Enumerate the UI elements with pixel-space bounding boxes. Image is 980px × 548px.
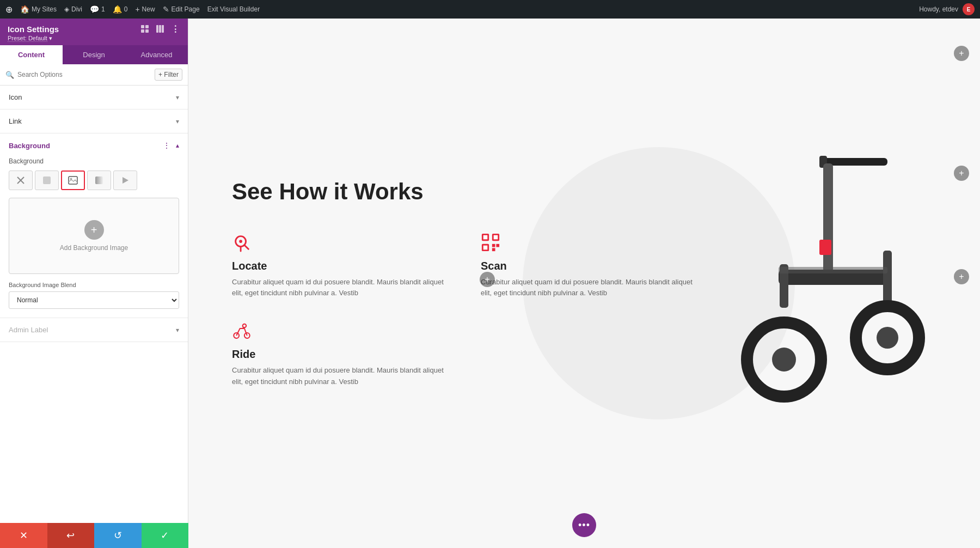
- user-avatar[interactable]: E: [963, 3, 975, 15]
- icon-section: Icon ▾: [0, 86, 188, 109]
- svg-rect-24: [492, 243, 495, 247]
- svg-rect-12: [95, 176, 103, 184]
- preview-left: See How it Works: [232, 179, 697, 387]
- background-more-icon[interactable]: ⋮: [163, 141, 170, 150]
- action-bar: ✕ ↩ ↺ ✓: [0, 523, 188, 548]
- svg-rect-41: [819, 240, 831, 255]
- bg-image-upload[interactable]: + Add Background Image: [9, 198, 179, 274]
- left-panel: Icon Settings ⋮ Preset: Default ▾ Conten…: [0, 19, 188, 548]
- wp-logo[interactable]: ⊕: [5, 4, 13, 15]
- panel-tabs: Content Design Advanced: [0, 45, 188, 64]
- svg-rect-1: [145, 25, 149, 28]
- new-link[interactable]: + New: [135, 5, 155, 14]
- svg-point-29: [243, 324, 247, 328]
- background-chevron: ▴: [176, 142, 179, 149]
- link-section: Link ▾: [0, 109, 188, 133]
- svg-rect-21: [494, 235, 498, 239]
- ride-desc: Curabitur aliquet quam id dui posuere bl…: [232, 365, 448, 388]
- bg-gradient-btn[interactable]: [87, 171, 111, 190]
- svg-rect-9: [43, 176, 51, 184]
- plus-btn-center[interactable]: +: [480, 272, 495, 287]
- search-input[interactable]: [17, 71, 151, 78]
- preview-section: See How it Works: [188, 19, 980, 548]
- svg-rect-42: [779, 267, 887, 273]
- redo-button[interactable]: ↺: [94, 523, 142, 548]
- mod-link[interactable]: 🔔 0: [113, 5, 128, 14]
- svg-line-17: [244, 245, 249, 249]
- tab-design[interactable]: Design: [63, 45, 125, 64]
- ride-title: Ride: [232, 348, 448, 361]
- preview-right: [730, 142, 936, 425]
- scan-title: Scan: [481, 260, 697, 272]
- background-accordion-header[interactable]: Background ⋮ ▴: [0, 133, 188, 157]
- panel-title-icons: ⋮: [140, 24, 180, 34]
- link-chevron: ▾: [176, 118, 179, 125]
- svg-rect-6: [162, 25, 164, 33]
- more-icon[interactable]: ⋮: [170, 24, 180, 34]
- svg-rect-23: [483, 245, 488, 249]
- locate-icon: [232, 233, 448, 254]
- bg-color-btn[interactable]: [35, 171, 59, 190]
- dots-button[interactable]: •••: [572, 513, 596, 537]
- admin-bar: ⊕ 🏠 My Sites ◈ Divi 💬 1 🔔 0 + New ✎ Edit…: [0, 0, 980, 19]
- search-icon: 🔍: [5, 71, 14, 79]
- scan-icon: [481, 233, 697, 254]
- link-accordion-header[interactable]: Link ▾: [0, 109, 188, 133]
- preview-content: See How it Works: [188, 19, 980, 548]
- ride-icon: [232, 321, 448, 343]
- scooter-image: [735, 142, 931, 425]
- feature-ride: Ride Curabitur aliquet quam id dui posue…: [232, 321, 448, 388]
- main-area: Icon Settings ⋮ Preset: Default ▾ Conten…: [0, 19, 980, 548]
- svg-point-16: [239, 240, 242, 243]
- tab-advanced[interactable]: Advanced: [125, 45, 188, 64]
- exit-vb-link[interactable]: Exit Visual Builder: [207, 5, 260, 13]
- panel-body: Icon ▾ Link ▾ Background ⋮ ▴: [0, 86, 188, 526]
- plus-btn-bottom-right[interactable]: +: [954, 269, 969, 284]
- panel-header: Icon Settings ⋮ Preset: Default ▾: [0, 19, 188, 45]
- plus-btn-top-right[interactable]: +: [954, 46, 969, 61]
- divi-link[interactable]: ◈ Divi: [64, 5, 82, 13]
- locate-desc: Curabitur aliquet quam id dui posuere bl…: [232, 277, 448, 300]
- admin-label-header[interactable]: Admin Label ▾: [0, 318, 188, 342]
- icon-accordion-header[interactable]: Icon ▾: [0, 86, 188, 109]
- locate-title: Locate: [232, 260, 448, 272]
- scan-desc: Curabitur aliquet quam id dui posuere bl…: [481, 277, 697, 300]
- columns-icon[interactable]: [155, 24, 165, 34]
- svg-rect-4: [156, 25, 158, 33]
- svg-rect-26: [492, 248, 495, 251]
- layout-icon[interactable]: [140, 24, 150, 34]
- panel-preset[interactable]: Preset: Default ▾: [8, 35, 180, 42]
- panel-title-row: Icon Settings ⋮: [8, 24, 180, 34]
- blend-select[interactable]: Normal Multiply Screen Overlay Darken Li…: [9, 291, 179, 309]
- undo-button[interactable]: ↩: [47, 523, 95, 548]
- admin-label-chevron: ▾: [176, 326, 179, 334]
- admin-bar-right: Howdy, etdev E: [919, 3, 975, 15]
- feature-scan: Scan Curabitur aliquet quam id dui posue…: [481, 233, 697, 300]
- upload-label: Add Background Image: [60, 244, 128, 252]
- bg-video-btn[interactable]: [113, 171, 137, 190]
- tab-content[interactable]: Content: [0, 45, 63, 64]
- svg-marker-13: [122, 177, 128, 184]
- preview-area: See How it Works: [188, 19, 980, 548]
- comments-link[interactable]: 💬 1: [90, 5, 105, 14]
- svg-point-38: [877, 327, 898, 349]
- upload-plus-icon: +: [84, 220, 104, 240]
- svg-rect-19: [483, 235, 488, 239]
- svg-rect-2: [141, 29, 144, 33]
- bg-none-btn[interactable]: [9, 171, 33, 190]
- close-button[interactable]: ✕: [0, 523, 47, 548]
- filter-button[interactable]: + Filter: [155, 69, 182, 81]
- background-section: Background ⋮ ▴ Background: [0, 133, 188, 318]
- plus-btn-mid-right[interactable]: +: [954, 166, 969, 181]
- my-sites-link[interactable]: 🏠 My Sites: [20, 5, 57, 14]
- icon-chevron: ▾: [176, 94, 179, 101]
- admin-label-section: Admin Label ▾: [0, 318, 188, 342]
- bg-field-label: Background: [9, 157, 179, 165]
- edit-page-link[interactable]: ✎ Edit Page: [163, 5, 200, 14]
- save-button[interactable]: ✓: [142, 523, 189, 548]
- svg-point-40: [772, 348, 796, 372]
- svg-rect-3: [145, 29, 149, 33]
- bg-image-btn[interactable]: [61, 171, 85, 190]
- svg-rect-0: [141, 25, 144, 28]
- svg-rect-5: [159, 25, 161, 33]
